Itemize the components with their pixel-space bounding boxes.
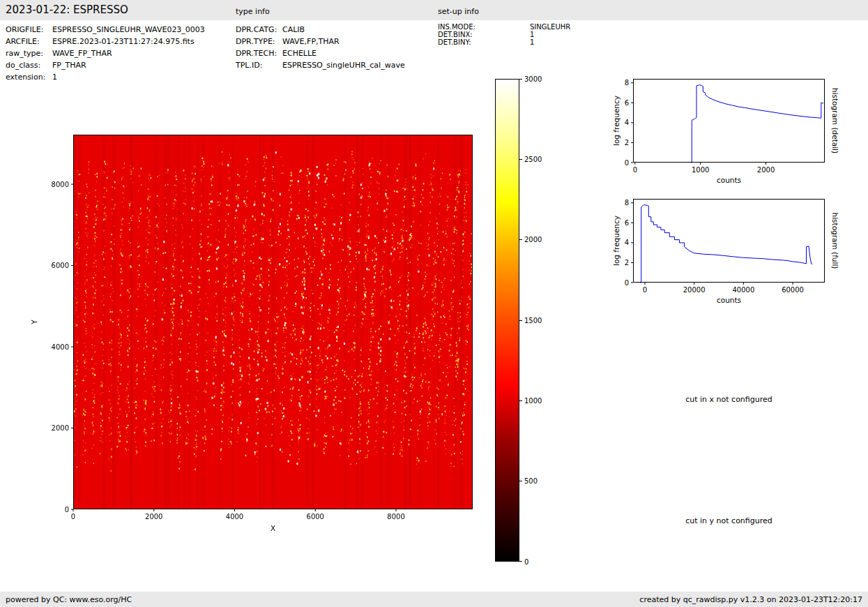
svg-text:4000: 4000 [226, 513, 243, 520]
colorbar-tick-label: 500 [524, 477, 538, 486]
raw-image-axes: 0200040006000800002000400060008000XY [73, 135, 473, 509]
footer-left-text: powered by QC: www.eso.org/HC [6, 595, 132, 604]
type-info-heading: type info [236, 7, 270, 16]
colorbar-tick [519, 159, 522, 160]
meta-row-raw-type: raw_type: WAVE_FP_THAR [6, 47, 205, 59]
meta-row-arcfile: ARCFILE: ESPRE.2023-01-23T11:27:24.975.f… [6, 36, 205, 47]
setup-info-block: INS.MODE: SINGLEUHR DET.BINX: 1 DET.BINY… [438, 23, 570, 46]
svg-text:2000: 2000 [757, 166, 775, 174]
cut-y-status: cut in y not configured [633, 516, 825, 525]
meta-value: WAVE,FP,THAR [282, 36, 340, 47]
colorbar-tick-label: 1500 [524, 316, 542, 325]
svg-text:0: 0 [643, 286, 647, 294]
meta-value: FP_THAR [52, 59, 86, 71]
svg-text:log frequency: log frequency [612, 96, 620, 146]
svg-text:2000: 2000 [145, 513, 162, 520]
colorbar-tick [519, 400, 522, 401]
svg-text:4: 4 [625, 239, 629, 246]
meta-value: ESPRE.2023-01-23T11:27:24.975.fits [52, 36, 195, 47]
svg-text:20000: 20000 [683, 286, 706, 294]
meta-label: TPL.ID: [236, 59, 282, 71]
meta-label: ORIGFILE: [6, 24, 52, 36]
colorbar-tick-label: 3000 [524, 75, 542, 84]
svg-text:6: 6 [625, 99, 629, 107]
meta-label: DET.BINX: [438, 31, 530, 38]
svg-text:2: 2 [625, 259, 629, 267]
colorbar-tick-label: 1000 [524, 396, 542, 405]
svg-text:0: 0 [625, 159, 629, 167]
svg-text:8: 8 [625, 199, 629, 207]
page-title: 2023-01-22: ESPRESSO [6, 3, 128, 16]
meta-label: ARCFILE: [6, 36, 52, 47]
setup-info-heading: set-up info [438, 7, 479, 16]
colorbar-tick [519, 79, 522, 80]
meta-row-do-class: do_class: FP_THAR [6, 59, 205, 71]
meta-value: 1 [530, 38, 534, 46]
svg-text:0: 0 [633, 166, 637, 174]
svg-text:0: 0 [625, 279, 629, 287]
meta-row-det-binx: DET.BINX: 1 [438, 31, 570, 38]
histogram-detail-plot: 01000200002468countslog frequencyhistogr… [633, 79, 825, 163]
meta-row-extension: extension: 1 [6, 71, 205, 83]
svg-text:histogram (full): histogram (full) [831, 213, 839, 269]
svg-text:log frequency: log frequency [612, 216, 620, 266]
colorbar-tick [519, 239, 522, 240]
header-bar: 2023-01-22: ESPRESSO type info set-up in… [0, 0, 868, 20]
footer-bar: powered by QC: www.eso.org/HC created by… [0, 592, 868, 607]
meta-label: raw_type: [6, 47, 52, 59]
svg-text:4000: 4000 [52, 343, 69, 351]
meta-row-tpl-id: TPL.ID: ESPRESSO_singleUHR_cal_wave [236, 59, 405, 71]
type-info-block: DPR.CATG: CALIB DPR.TYPE: WAVE,FP,THAR D… [236, 24, 405, 71]
raw-image-plot: 0200040006000800002000400060008000XY [73, 135, 473, 509]
meta-value: ESPRESSO_singleUHR_cal_wave [282, 59, 405, 71]
meta-row-origfile: ORIGFILE: ESPRESSO_SINGLEUHR_WAVE023_000… [6, 24, 205, 36]
meta-label: DET.BINY: [438, 38, 530, 46]
svg-text:1000: 1000 [692, 166, 709, 174]
svg-text:4: 4 [625, 119, 629, 126]
svg-text:60000: 60000 [782, 286, 804, 294]
histogram-detail-svg: 01000200002468countslog frequencyhistogr… [633, 79, 825, 163]
svg-text:6000: 6000 [307, 513, 324, 520]
svg-text:0: 0 [65, 506, 69, 514]
svg-text:6: 6 [625, 219, 629, 227]
meta-row-dpr-tech: DPR.TECH: ECHELLE [236, 47, 405, 59]
colorbar-tick [519, 320, 522, 321]
meta-value: 1 [52, 71, 57, 83]
svg-text:counts: counts [717, 176, 741, 184]
meta-label: do_class: [6, 59, 52, 71]
meta-label: DPR.TECH: [236, 47, 282, 59]
colorbar: 050010001500200025003000 [495, 79, 519, 562]
colorbar-tick-label: 0 [524, 557, 528, 567]
svg-text:40000: 40000 [732, 286, 754, 294]
svg-text:2000: 2000 [52, 424, 69, 432]
svg-text:counts: counts [717, 296, 741, 304]
meta-value: CALIB [282, 24, 305, 36]
meta-label: DPR.CATG: [236, 24, 282, 36]
meta-label: extension: [6, 71, 52, 83]
histogram-full-plot: 020000400006000002468countslog frequency… [633, 199, 825, 283]
svg-text:Y: Y [30, 320, 38, 325]
svg-text:8: 8 [625, 79, 629, 87]
svg-text:8000: 8000 [52, 181, 69, 188]
cut-x-status: cut in x not configured [633, 395, 825, 404]
meta-row-det-biny: DET.BINY: 1 [438, 38, 570, 46]
svg-text:6000: 6000 [52, 262, 69, 269]
histogram-full-svg: 020000400006000002468countslog frequency… [633, 199, 825, 283]
colorbar-tick-label: 2000 [524, 235, 542, 244]
file-info-block: ORIGFILE: ESPRESSO_SINGLEUHR_WAVE023_000… [6, 24, 205, 83]
svg-text:X: X [271, 524, 275, 532]
meta-value: SINGLEUHR [530, 23, 570, 31]
colorbar-tick-label: 2500 [524, 155, 542, 164]
svg-text:0: 0 [71, 513, 75, 520]
colorbar-tick [519, 481, 522, 481]
colorbar-ticks: 050010001500200025003000 [495, 79, 519, 562]
svg-text:8000: 8000 [387, 513, 404, 520]
meta-row-dpr-type: DPR.TYPE: WAVE,FP,THAR [236, 36, 405, 47]
meta-label: INS.MODE: [438, 23, 530, 31]
svg-text:histogram (detail): histogram (detail) [831, 88, 839, 153]
meta-value: ESPRESSO_SINGLEUHR_WAVE023_0003 [52, 24, 205, 36]
meta-value: ECHELLE [282, 47, 317, 59]
footer-right-text: created by qc_rawdisp.py v1.2.3 on 2023-… [639, 595, 862, 604]
colorbar-tick [519, 561, 522, 562]
meta-value: WAVE_FP_THAR [52, 47, 112, 59]
